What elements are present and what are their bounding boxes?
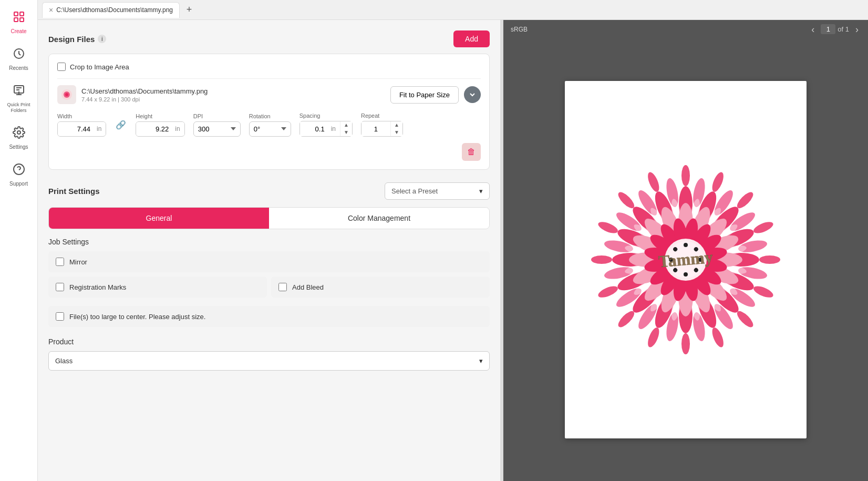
spacing-input[interactable] xyxy=(300,122,329,136)
spacing-label: Spacing xyxy=(299,112,353,119)
width-input[interactable] xyxy=(58,122,95,136)
design-card: Crop to Image Area C:\Users\dthomas\Docu… xyxy=(48,54,490,170)
print-settings-section: Print Settings Select a Preset ▾ General… xyxy=(48,182,490,371)
divider xyxy=(57,78,481,79)
dims-row: Width in 🔗 Height in xyxy=(57,112,481,137)
expand-button[interactable] xyxy=(464,86,481,103)
svg-point-28 xyxy=(591,255,612,264)
width-group: Width in xyxy=(57,113,106,137)
sidebar: Create Recents Quick Print Folders xyxy=(0,0,38,481)
active-tab[interactable]: × C:\Users\dthomas\Documents\tammy.png xyxy=(42,2,180,18)
file-too-large-label: File(s) too large to center. Please adju… xyxy=(69,313,205,321)
height-input[interactable] xyxy=(136,122,173,136)
svg-rect-2 xyxy=(14,18,18,22)
mirror-checkbox[interactable] xyxy=(56,258,64,266)
repeat-down[interactable]: ▼ xyxy=(391,129,402,136)
width-input-wrap: in xyxy=(57,121,106,137)
tab-close[interactable]: × xyxy=(49,6,53,14)
svg-rect-1 xyxy=(20,12,24,16)
registration-marks-checkbox[interactable] xyxy=(56,283,64,291)
dpi-label: DPI xyxy=(193,113,241,119)
tab-color-management[interactable]: Color Management xyxy=(269,208,489,229)
spacing-unit: in xyxy=(329,122,340,136)
svg-point-19 xyxy=(752,220,774,236)
height-label: Height xyxy=(136,113,184,119)
svg-point-15 xyxy=(65,93,68,96)
file-too-large-checkbox[interactable] xyxy=(56,312,64,321)
main-area: × C:\Users\dthomas\Documents\tammy.png +… xyxy=(38,0,868,481)
crop-checkbox[interactable] xyxy=(57,63,66,71)
file-too-large-row: File(s) too large to center. Please adju… xyxy=(48,306,490,327)
rotation-group: Rotation 0° 90° 180° 270° xyxy=(249,113,291,137)
add-button[interactable]: Add xyxy=(453,30,490,47)
svg-point-22 xyxy=(735,309,756,330)
height-input-wrap: in xyxy=(136,121,184,137)
settings-panel: Design Files i Add Crop to Image Area xyxy=(38,20,500,481)
spacing-spinners: ▲ ▼ xyxy=(340,121,352,136)
svg-point-20 xyxy=(759,255,780,264)
preview-paper: Tammy xyxy=(565,81,807,438)
product-select[interactable]: Glass ▾ xyxy=(48,351,490,371)
sidebar-label-support: Support xyxy=(9,181,28,187)
page-of: of 1 xyxy=(838,25,849,33)
sidebar-item-recents[interactable]: Recents xyxy=(3,43,35,76)
height-unit: in xyxy=(173,122,184,136)
svg-point-10 xyxy=(17,131,20,134)
page-nav: ‹ of 1 › xyxy=(809,24,861,34)
sidebar-item-quick-print[interactable]: Quick Print Folders xyxy=(3,80,35,118)
height-group: Height in xyxy=(136,113,184,137)
design-files-title: Design Files i xyxy=(48,35,106,44)
crop-row: Crop to Image Area xyxy=(57,63,481,71)
job-settings-label: Job Settings xyxy=(48,238,490,246)
registration-marks-label: Registration Marks xyxy=(69,283,126,291)
spacing-input-wrap: in ▲ ▼ xyxy=(299,121,353,137)
fit-to-paper-button[interactable]: Fit to Paper Size xyxy=(390,86,459,104)
preview-panel: sRGB ‹ of 1 › xyxy=(503,20,868,481)
spacing-up[interactable]: ▲ xyxy=(340,121,352,129)
link-icon[interactable]: 🔗 xyxy=(115,120,127,130)
tab-general[interactable]: General xyxy=(49,208,269,229)
width-label: Width xyxy=(57,113,106,119)
rotation-select[interactable]: 0° 90° 180° 270° xyxy=(249,121,291,137)
svg-point-18 xyxy=(735,190,756,211)
page-indicator: of 1 xyxy=(821,24,849,34)
preview-image: Tammy xyxy=(586,160,786,360)
sidebar-item-create[interactable]: Create xyxy=(3,6,35,39)
next-page-button[interactable]: › xyxy=(853,25,861,34)
svg-point-118 xyxy=(684,272,688,277)
info-icon[interactable]: i xyxy=(98,35,106,43)
svg-point-29 xyxy=(597,220,619,236)
add-bleed-row: Add Bleed xyxy=(271,277,490,298)
sidebar-item-settings[interactable]: Settings xyxy=(3,122,35,155)
crop-label: Crop to Image Area xyxy=(70,63,129,71)
sidebar-label-settings: Settings xyxy=(9,144,28,150)
dpi-select[interactable]: 300 150 72 xyxy=(193,121,241,137)
svg-point-26 xyxy=(616,309,637,330)
page-number-input[interactable] xyxy=(821,24,835,34)
svg-rect-3 xyxy=(20,18,24,22)
spacing-down[interactable]: ▼ xyxy=(340,129,352,136)
tab-filename: C:\Users\dthomas\Documents\tammy.png xyxy=(56,6,173,14)
preset-label: Select a Preset xyxy=(391,187,438,195)
repeat-input[interactable] xyxy=(361,122,390,136)
quick-print-icon xyxy=(13,84,25,100)
svg-point-17 xyxy=(710,171,726,193)
add-bleed-checkbox[interactable] xyxy=(278,283,287,291)
product-value: Glass xyxy=(55,357,73,365)
delete-button[interactable]: 🗑 xyxy=(462,143,481,161)
preset-select[interactable]: Select a Preset ▾ xyxy=(385,182,490,200)
spacing-group: Spacing in ▲ ▼ xyxy=(299,112,353,137)
prev-page-button[interactable]: ‹ xyxy=(809,25,817,34)
svg-point-114 xyxy=(684,243,688,247)
repeat-input-wrap: ▲ ▼ xyxy=(361,121,403,137)
repeat-label: Repeat xyxy=(361,112,403,119)
sidebar-item-support[interactable]: Support xyxy=(3,159,35,191)
file-name: C:\Users\dthomas\Documents\tammy.png xyxy=(81,87,385,95)
preview-toolbar: sRGB ‹ of 1 › xyxy=(503,20,868,38)
print-tabs: General Color Management xyxy=(48,207,490,229)
width-unit: in xyxy=(95,122,106,136)
repeat-up[interactable]: ▲ xyxy=(391,121,402,129)
add-tab-button[interactable]: + xyxy=(182,3,197,17)
file-icon xyxy=(57,85,76,104)
svg-point-24 xyxy=(681,333,690,354)
